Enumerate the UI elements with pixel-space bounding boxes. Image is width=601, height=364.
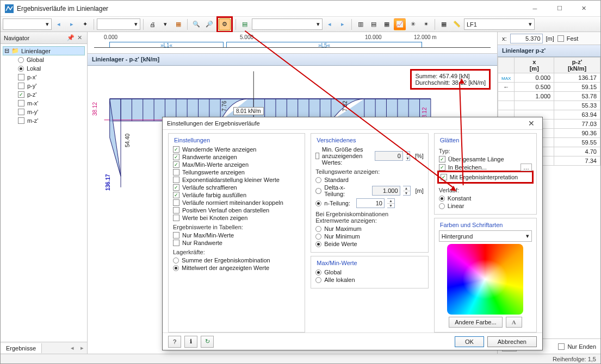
fest-checkbox[interactable]: Fest (557, 35, 578, 42)
settings-icon[interactable]: ⚙ (219, 18, 231, 30)
filter-3-icon[interactable]: ▦ (381, 18, 393, 30)
chk-nur-maxmin[interactable]: Nur Max/Min-Werte (173, 231, 300, 239)
nur-enden-checkbox[interactable]: Nur Enden (558, 343, 596, 350)
render-icon[interactable]: ▦ (172, 18, 184, 30)
nav-first[interactable]: ◂ (53, 18, 65, 30)
chk-maxmin[interactable]: ✓Max/Min-Werte anzeigen (173, 161, 300, 168)
cursor-value: 8.01 kN/m (233, 107, 264, 115)
ruler-icon[interactable]: 📏 (451, 18, 463, 30)
chk-gesamte[interactable]: ✓Über gesamte Länge (439, 155, 532, 163)
table-row[interactable]: MAX0.000136.17 (498, 73, 600, 83)
tree-item[interactable]: m-x' (3, 99, 85, 108)
print-dropdown[interactable]: ▾ (159, 18, 171, 30)
combo-3[interactable]: ▾ (252, 18, 323, 30)
tree-global[interactable]: Global (3, 55, 85, 64)
n-input[interactable] (356, 198, 385, 208)
chk-schraffieren[interactable]: ✓Verläufe schraffieren (173, 184, 300, 191)
print-icon[interactable]: 🖨 (146, 18, 158, 30)
plot-title: Linienlager - p-z' [kN/m] (88, 54, 497, 66)
dialog-close-icon[interactable]: ✕ (525, 117, 538, 129)
radio-global[interactable]: Global (315, 268, 424, 276)
table-row[interactable]: 1.00053.78 (498, 92, 600, 101)
radio-min[interactable]: Nur Minimum (315, 233, 424, 240)
tab-ergebnisse[interactable]: Ergebnisse (1, 343, 42, 353)
nav2-next[interactable]: ▸ (337, 18, 349, 30)
layer-2-icon[interactable]: ✴ (420, 18, 432, 30)
radio-deltax[interactable]: Delta-x-Teilung: ▲▼ [m] (315, 184, 424, 198)
tab-next[interactable]: ▸ (77, 342, 87, 354)
color-combo[interactable]: Hintergrund▾ (439, 230, 532, 242)
tree-root[interactable]: ⊟📁Linienlager (3, 46, 85, 55)
zoom-in-icon[interactable]: 🔍 (190, 18, 202, 30)
color-wheel[interactable] (447, 244, 523, 315)
filter-2-icon[interactable]: ▤ (368, 18, 380, 30)
combo-2[interactable]: ▾ (97, 18, 140, 30)
info-icon[interactable]: ℹ (184, 336, 197, 348)
chk-randwerte[interactable]: ✓Randwerte anzeigen (173, 153, 300, 161)
navigator-title: Navigator (4, 35, 29, 41)
chk-positiv[interactable]: Positiven Verlauf oben darstellen (173, 206, 300, 214)
radio-max[interactable]: Nur Maximum (315, 225, 424, 233)
radio-summe[interactable]: Summe der Ergebniskombination (173, 256, 300, 264)
combo-1[interactable]: ▾ (3, 18, 52, 30)
chk-wandernde[interactable]: ✓Wandernde Werte anzeigen (173, 146, 300, 153)
tree-item[interactable]: m-z' (3, 116, 85, 125)
zoom-out-icon[interactable]: 🔎 (203, 18, 215, 30)
tree-item[interactable]: p-x' (3, 73, 85, 81)
help-icon[interactable]: ? (168, 336, 181, 348)
table-icon[interactable]: ▦ (438, 18, 450, 30)
tree-item[interactable]: ✓p-z' (3, 90, 85, 99)
lf-combo[interactable]: LF1▾ (464, 18, 535, 30)
radio-standard[interactable]: Standard (315, 176, 424, 184)
radio-n[interactable]: n-Teilung: ▲▼ (315, 198, 424, 209)
chk-interpretation[interactable]: ✓Mit Ergebnisinterpretation (441, 173, 530, 181)
nav2-prev[interactable]: ◂ (324, 18, 336, 30)
navigator-close-icon[interactable]: ✕ (75, 34, 84, 42)
radio-beide[interactable]: Beide Werte (315, 240, 424, 248)
chart-icon[interactable]: 📈 (394, 18, 406, 30)
minimize-button[interactable]: ─ (523, 1, 547, 16)
right-table-title: Linienlager p-z' (498, 45, 600, 57)
navigator-pin-icon[interactable]: 📌 (66, 34, 75, 42)
radio-linear[interactable]: Linear (439, 202, 532, 210)
pct-input[interactable] (375, 151, 403, 161)
nav-prev[interactable]: ▸ (66, 18, 78, 30)
tree-item[interactable]: m-y' (3, 108, 85, 116)
close-button[interactable]: ✕ (572, 1, 596, 16)
radio-konstant[interactable]: Konstant (439, 194, 532, 202)
filter-1-icon[interactable]: ▥ (355, 18, 367, 30)
andere-farbe-button[interactable]: Andere Farbe... (449, 317, 502, 328)
cancel-button[interactable]: Abbrechen (487, 336, 537, 347)
radio-lokal[interactable]: Alle lokalen (315, 276, 424, 284)
summary-box: Summe: 457.49 [kN] Durchschnitt: 38.12 [… (410, 69, 491, 90)
window-title: Ergebnisverläufe im Linienlager (17, 5, 523, 12)
reset-icon[interactable]: ↻ (201, 336, 214, 348)
font-button[interactable]: A (506, 317, 522, 328)
chk-teilung[interactable]: Teilungswerte anzeigen (173, 168, 300, 176)
table-row[interactable]: 55.33 (498, 101, 600, 110)
radio-mittelwert[interactable]: Mittelwert der angezeigten Werte (173, 264, 300, 272)
settings-dialog: Einstellungen der Ergebnisverläufe ✕ Ein… (162, 117, 543, 350)
chk-expo[interactable]: Exponentialdarstellung kleiner Werte (173, 176, 300, 184)
tree-item[interactable]: p-y' (3, 81, 85, 90)
chk-nur-rand[interactable]: Nur Randwerte (173, 239, 300, 247)
ruler: 0.000 5.000 10.000 12.000 m »L1« »L5« (88, 32, 497, 54)
pick-icon[interactable]: ✦ (79, 18, 91, 30)
table-row[interactable]: ←0.50059.15 (498, 83, 600, 92)
status-bar: Reihenfolge: 1,5 (1, 354, 600, 363)
chk-normiert[interactable]: Verläufe normiert miteinander koppeln (173, 199, 300, 206)
chk-farbig[interactable]: ✓Verläufe farbig ausfüllen (173, 191, 300, 199)
tab-prev[interactable]: ◂ (67, 342, 77, 354)
layer-1-icon[interactable]: ✳ (407, 18, 419, 30)
maximize-button[interactable]: ☐ (547, 1, 572, 16)
x-position-input[interactable] (510, 34, 543, 43)
ok-button[interactable]: OK (455, 336, 484, 347)
tree-lokal[interactable]: Lokal (3, 64, 85, 73)
excel-icon[interactable]: ▤ (239, 18, 251, 30)
app-icon (5, 4, 14, 13)
chk-knoten[interactable]: Werte bei Knoten zeigen (173, 214, 300, 222)
dx-input[interactable] (372, 186, 400, 196)
chk-min-groesse[interactable]: Min. Größe des anzuzeigenden Wertes: ▲▼ … (315, 146, 424, 166)
